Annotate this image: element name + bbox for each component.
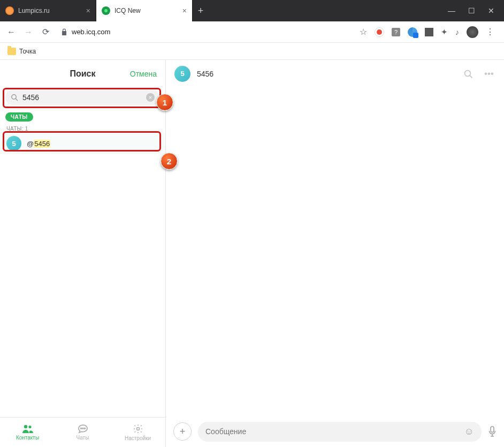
nav-label: Контакты (16, 435, 39, 441)
avatar: 5 (6, 136, 21, 151)
chat-icon (78, 424, 88, 434)
nav-settings[interactable]: Настройки (110, 418, 165, 447)
sidebar-header: Поиск Отмена (0, 60, 165, 88)
search-box[interactable]: × (5, 90, 160, 105)
search-results-list: 5 @5456 (0, 133, 165, 417)
contacts-icon (22, 424, 34, 434)
nav-chats[interactable]: Чаты (55, 418, 110, 447)
nav-label: Чаты (77, 435, 89, 441)
app-container: Поиск Отмена × ЧАТЫ ЧАТЫ: 1 5 @5456 (0, 60, 504, 447)
folder-icon (7, 48, 16, 55)
bookmark-star-icon[interactable]: ☆ (360, 27, 367, 37)
favicon-icq (102, 6, 110, 15)
sidebar: Поиск Отмена × ЧАТЫ ЧАТЫ: 1 5 @5456 (0, 60, 166, 447)
new-tab-button[interactable]: + (193, 0, 209, 21)
lock-icon (61, 28, 67, 36)
reload-button[interactable]: ⟳ (40, 27, 51, 37)
close-window-button[interactable]: ✕ (488, 6, 494, 15)
nav-label: Настройки (125, 435, 151, 441)
svg-point-6 (84, 428, 85, 429)
cancel-button[interactable]: Отмена (130, 70, 157, 78)
svg-point-0 (12, 95, 16, 99)
gear-icon (133, 423, 143, 434)
svg-line-9 (470, 75, 472, 78)
bookmark-item[interactable]: Точка (19, 48, 36, 55)
microphone-icon[interactable] (488, 426, 497, 437)
chat-header: 5 5456 ••• (166, 60, 504, 88)
chat-pane: 5 5456 ••• + ☺ (166, 60, 504, 447)
url-text: web.icq.com (72, 28, 110, 36)
filter-pill-chats[interactable]: ЧАТЫ (5, 112, 33, 122)
extension-help-icon[interactable]: ? (392, 28, 400, 36)
search-icon (11, 94, 18, 101)
message-field-wrap[interactable]: ☺ (198, 422, 482, 442)
back-button[interactable]: ← (5, 27, 17, 37)
search-input[interactable] (22, 93, 142, 102)
chat-messages-area (166, 88, 504, 416)
chat-title[interactable]: 5456 (197, 70, 457, 78)
annotation-marker-1: 1 (156, 94, 173, 111)
svg-line-1 (16, 99, 18, 101)
match-highlight: 5456 (34, 140, 50, 148)
svg-rect-10 (491, 427, 494, 433)
media-control-icon[interactable]: ♪ (455, 28, 459, 36)
favicon-lumpics (5, 6, 14, 15)
svg-point-7 (136, 428, 139, 430)
tab-title: Lumpics.ru (18, 7, 82, 14)
search-result-item[interactable]: 5 @5456 (0, 133, 165, 154)
emoji-icon[interactable]: ☺ (464, 426, 474, 437)
forward-button[interactable]: → (22, 27, 34, 37)
svg-point-5 (82, 428, 83, 429)
bookmarks-bar: Точка (0, 43, 504, 60)
svg-point-8 (465, 70, 471, 76)
search-in-chat-button[interactable] (463, 69, 476, 79)
profile-avatar[interactable] (467, 26, 478, 38)
nav-contacts[interactable]: Контакты (0, 418, 55, 447)
result-username: @5456 (27, 140, 50, 148)
svg-point-2 (24, 425, 27, 428)
chat-avatar[interactable]: 5 (174, 66, 190, 82)
at-symbol: @ (27, 140, 34, 148)
attach-button[interactable]: + (173, 422, 192, 441)
url-field[interactable]: web.icq.com ☆ ? ✦ ♪ ⋮ (57, 26, 499, 38)
clear-search-button[interactable]: × (146, 93, 155, 102)
maximize-button[interactable]: ☐ (468, 6, 475, 15)
close-icon[interactable]: × (182, 6, 187, 15)
svg-point-4 (80, 428, 81, 429)
message-input[interactable] (205, 427, 464, 436)
extension-opera-icon[interactable] (375, 27, 384, 37)
filter-pills: ЧАТЫ (0, 105, 165, 125)
tab-title: ICQ New (114, 7, 178, 14)
browser-tab-strip: Lumpics.ru × ICQ New × + — ☐ ✕ (0, 0, 504, 21)
extensions-icon[interactable]: ✦ (441, 27, 448, 37)
extension-globe-icon[interactable] (408, 27, 417, 37)
extension-cube-icon[interactable] (425, 28, 433, 36)
section-label: ЧАТЫ: 1 (0, 125, 165, 133)
message-composer: + ☺ (166, 416, 504, 447)
bottom-nav: Контакты Чаты Настройки (0, 417, 165, 447)
sidebar-title: Поиск (35, 69, 130, 79)
svg-point-3 (28, 426, 31, 428)
tab-lumpics[interactable]: Lumpics.ru × (0, 0, 96, 21)
search-row: × (0, 90, 165, 105)
minimize-button[interactable]: — (448, 6, 455, 15)
tab-icq[interactable]: ICQ New × (96, 0, 193, 21)
close-icon[interactable]: × (86, 6, 90, 15)
window-controls: — ☐ ✕ (438, 0, 504, 21)
annotation-marker-2: 2 (161, 153, 178, 170)
address-bar: ← → ⟳ web.icq.com ☆ ? ✦ ♪ ⋮ (0, 21, 504, 43)
more-menu-button[interactable]: ••• (483, 69, 495, 79)
kebab-menu-icon[interactable]: ⋮ (486, 27, 494, 37)
